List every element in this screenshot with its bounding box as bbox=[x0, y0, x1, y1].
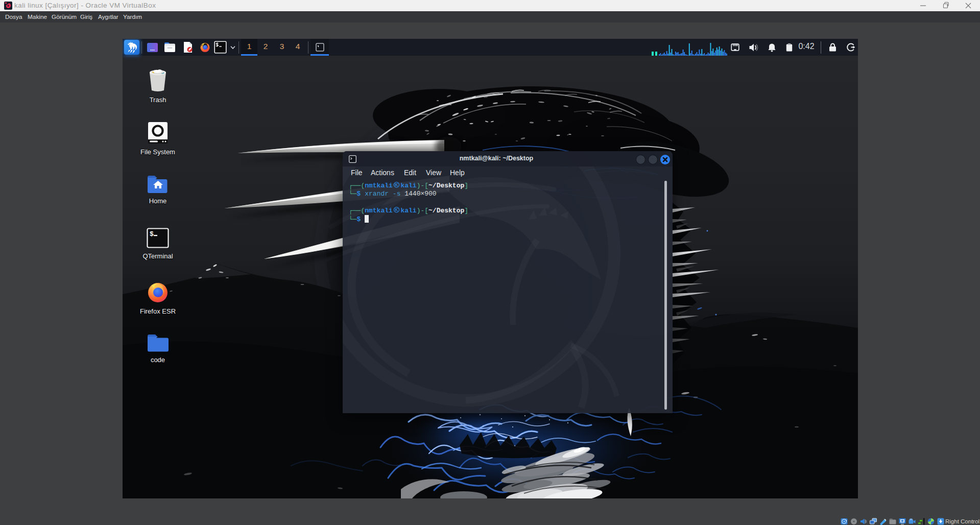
svg-text:$: $ bbox=[150, 230, 154, 238]
